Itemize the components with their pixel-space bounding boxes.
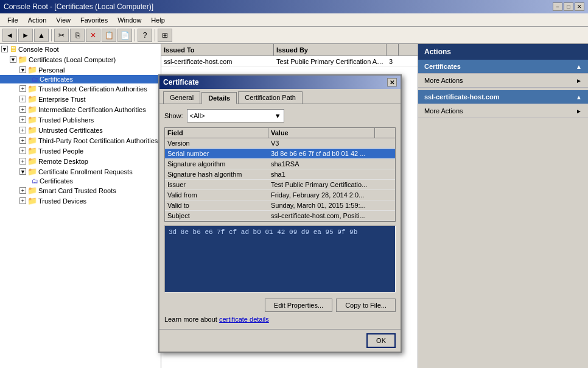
certificate-details-link[interactable]: certificate details <box>219 316 269 323</box>
value-sig-hash: sha1 <box>268 169 375 179</box>
actions-more-actions-2[interactable]: More Actions ► <box>418 104 588 118</box>
dialog-close-button[interactable]: ✕ <box>387 78 397 87</box>
tab-cert-path[interactable]: Certification Path <box>238 91 303 104</box>
tree-intermediate-ca[interactable]: + 📁 Intermediate Certification Authoriti… <box>0 104 161 115</box>
forward-button[interactable]: ► <box>18 29 33 42</box>
menu-view[interactable]: View <box>51 15 75 25</box>
expand-remote-desktop[interactable]: + <box>19 158 26 165</box>
maximize-button[interactable]: □ <box>564 2 573 11</box>
menu-action[interactable]: Action <box>23 15 52 25</box>
folder-icon-intermediate-ca: 📁 <box>27 105 37 114</box>
field-sig-hash: Signature hash algorithm <box>165 169 268 179</box>
dialog-action-buttons: Edit Properties... Copy to File... <box>164 296 396 314</box>
minimize-button[interactable]: − <box>553 2 562 11</box>
tree-remote-desktop[interactable]: + 📁 Remote Desktop <box>0 156 161 166</box>
tree-smart-card[interactable]: + 📁 Smart Card Trusted Roots <box>0 185 161 196</box>
actions-panel: Actions Certificates ▲ More Actions ► ss… <box>418 44 588 368</box>
help-button[interactable]: ? <box>138 29 152 42</box>
tree-enterprise-trust[interactable]: + 📁 Enterprise Trust <box>0 94 161 104</box>
field-serial: Serial number <box>165 149 268 158</box>
tree-personal[interactable]: ▼ 📁 Personal <box>0 65 161 75</box>
expand-third-party-root[interactable]: + <box>19 137 26 144</box>
expand-enterprise-trust[interactable]: + <box>19 96 26 102</box>
detail-row-valid-from[interactable]: Valid from Friday, February 28, 2014 2:0… <box>165 190 395 200</box>
toolbar-separator-3 <box>155 29 155 41</box>
menu-favorites[interactable]: Favorites <box>75 15 113 25</box>
col-header-issued-by[interactable]: Issued By <box>274 44 387 55</box>
expand-trusted-devices[interactable]: + <box>19 197 26 204</box>
folder-icon-smart-card: 📁 <box>27 186 37 195</box>
menu-help[interactable]: Help <box>146 15 170 25</box>
dialog-ok-button[interactable]: OK <box>366 333 396 348</box>
delete-button[interactable]: ✕ <box>86 29 100 42</box>
section2-collapse-icon: ▲ <box>576 94 582 101</box>
tree-trusted-people[interactable]: + 📁 Trusted People <box>0 146 161 156</box>
folder-icon-trusted-people: 📁 <box>27 146 37 155</box>
expand-console-root[interactable]: ▼ <box>1 46 8 52</box>
folder-icon-personal: 📁 <box>27 65 37 74</box>
detail-row-sig-hash[interactable]: Signature hash algorithm sha1 <box>165 169 395 180</box>
col-header-issued-to[interactable]: Issued To <box>161 44 274 55</box>
expand-cert-local[interactable]: ▼ <box>10 56 16 63</box>
tree-trusted-devices[interactable]: + 📁 Trusted Devices <box>0 196 161 206</box>
copy-to-file-button[interactable]: Copy to File... <box>336 299 396 312</box>
hex-display: 3d 8e b6 e6 7f cf ad b0 01 42 09 d9 ea 9… <box>164 225 396 292</box>
close-button[interactable]: ✕ <box>575 2 584 11</box>
menu-file[interactable]: File <box>2 15 23 25</box>
tree-console-root[interactable]: ▼ 🖥 Console Root <box>0 44 161 54</box>
show-select-arrow-icon: ▼ <box>275 112 281 119</box>
value-subject: ssl-certificate-host.com, Positi... <box>268 211 375 221</box>
detail-table-scroll[interactable]: Field Value Version V3 Serial number 3d … <box>164 127 396 222</box>
tree-third-party-root[interactable]: + 📁 Third-Party Root Certification Autho… <box>0 135 161 146</box>
tree-untrusted-certs[interactable]: + 📁 Untrusted Certificates <box>0 125 161 135</box>
actions-section1-title: Certificates <box>424 63 461 70</box>
properties-button[interactable]: 📋 <box>102 29 116 42</box>
tab-general[interactable]: General <box>163 91 200 104</box>
folder-icon-untrusted-certs: 📁 <box>27 126 37 135</box>
actions-more-actions-1[interactable]: More Actions ► <box>418 74 588 88</box>
detail-row-subject[interactable]: Subject ssl-certificate-host.com, Positi… <box>165 211 395 221</box>
tree-trusted-root[interactable]: + 📁 Trusted Root Certification Authoriti… <box>0 83 161 94</box>
expand-trusted-publishers[interactable]: + <box>19 116 26 123</box>
copy-button[interactable]: ⎘ <box>70 29 85 42</box>
tab-details[interactable]: Details <box>201 92 237 104</box>
detail-col-field: Field <box>165 128 268 138</box>
actions-section2-header[interactable]: ssl-certificate-host.com ▲ <box>418 90 588 104</box>
field-issuer: Issuer <box>165 180 268 189</box>
detail-row-issuer[interactable]: Issuer Test Public Primary Certificatio.… <box>165 180 395 190</box>
detail-row-valid-to[interactable]: Valid to Sunday, March 01, 2015 1:59:... <box>165 200 395 211</box>
cut-button[interactable]: ✂ <box>54 29 69 42</box>
expand-intermediate-ca[interactable]: + <box>19 106 26 113</box>
expand-trusted-root[interactable]: + <box>19 85 26 92</box>
view-button[interactable]: ⊞ <box>158 29 172 42</box>
menu-bar: File Action View Favorites Window Help <box>0 13 588 27</box>
folder-icon-trusted-devices: 📁 <box>27 196 37 205</box>
menu-window[interactable]: Window <box>113 15 146 25</box>
tree-cert-enrollment[interactable]: ▼ 📁 Certificate Enrollment Requests <box>0 166 161 177</box>
detail-row-serial[interactable]: Serial number 3d 8e b6 e6 7f cf ad b0 01… <box>165 149 395 159</box>
back-button[interactable]: ◄ <box>2 29 17 42</box>
enterprise-trust-label: Enterprise Trust <box>38 96 86 103</box>
list-row[interactable]: ssl-certificate-host.com Test Public Pri… <box>161 56 418 67</box>
title-controls: − □ ✕ <box>553 2 584 11</box>
console-root-label: Console Root <box>18 46 59 53</box>
toolbar-separator-1 <box>51 29 52 41</box>
detail-row-sig-alg[interactable]: Signature algorithm sha1RSA <box>165 159 395 169</box>
cert-enrollment-sub-label: Certificates <box>40 177 73 185</box>
paste-button[interactable]: 📄 <box>117 29 132 42</box>
tree-cert-enrollment-sub[interactable]: 🗂 Certificates <box>0 177 161 185</box>
expand-cert-enrollment[interactable]: ▼ <box>19 168 26 175</box>
up-button[interactable]: ▲ <box>34 29 49 42</box>
tree-trusted-publishers[interactable]: + 📁 Trusted Publishers <box>0 115 161 125</box>
show-select[interactable]: <All> ▼ <box>187 109 284 122</box>
expand-trusted-people[interactable]: + <box>19 147 26 154</box>
actions-section1-header[interactable]: Certificates ▲ <box>418 60 588 74</box>
expand-personal[interactable]: ▼ <box>19 66 26 73</box>
detail-table-header: Field Value <box>165 128 395 138</box>
edit-properties-button[interactable]: Edit Properties... <box>265 299 332 312</box>
tree-certificates-leaf[interactable]: 🗂 Certificates <box>0 75 161 83</box>
expand-untrusted-certs[interactable]: + <box>19 127 26 133</box>
tree-cert-local[interactable]: ▼ 📁 Certificates (Local Computer) <box>0 54 161 65</box>
expand-smart-card[interactable]: + <box>19 187 26 194</box>
detail-row-version[interactable]: Version V3 <box>165 138 395 149</box>
